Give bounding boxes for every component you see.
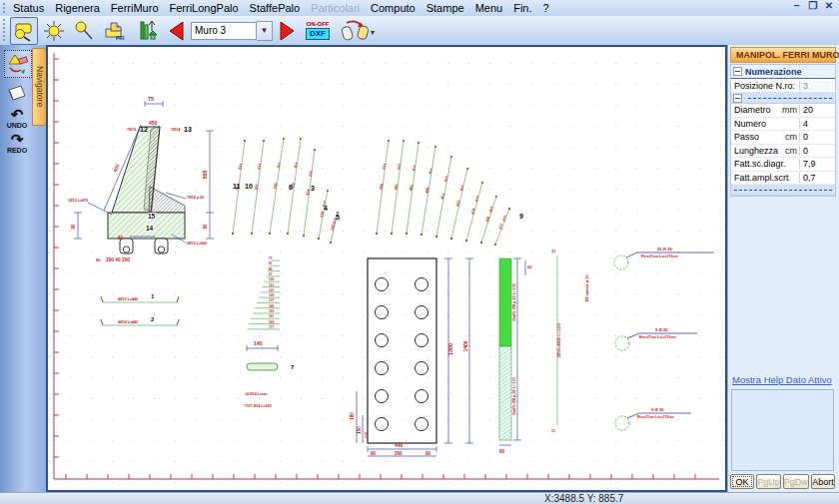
- fan-bar-label: 483: [409, 185, 414, 192]
- menu-item-?[interactable]: ?: [543, 2, 549, 14]
- mouse-settings-button[interactable]: ▾: [336, 17, 380, 45]
- bar-end-mark: [318, 238, 320, 240]
- bar-end-mark: [495, 196, 497, 198]
- callout-3-count: 9 Ø 20: [651, 407, 664, 412]
- dim-1300: 1300: [447, 343, 453, 355]
- menu-item-fin[interactable]: Fin.: [513, 2, 531, 14]
- menu-item-menu[interactable]: Menu: [475, 2, 503, 14]
- redo-label: REDO: [7, 147, 27, 154]
- dim-140: 140: [254, 340, 263, 346]
- dxf-toggle-button[interactable]: ON-OFF DXF: [302, 17, 334, 45]
- application-window: StatusRigeneraFerriMuroFerriLongPaloStaf…: [0, 0, 839, 504]
- drawing-canvas[interactable]: 75 450 12 7Ø16 13 7Ø14 400 500 90 90 60 …: [46, 45, 727, 492]
- bar-end-mark: [283, 138, 285, 140]
- bar-end-mark: [244, 140, 246, 142]
- collapse-icon[interactable]: [733, 67, 742, 76]
- bar-end-mark: [388, 140, 390, 142]
- menu-item-computo[interactable]: Computo: [371, 2, 416, 14]
- toolbar: PRI ▼ ON-OFF: [0, 16, 839, 46]
- stair-bar-length: 121: [269, 288, 275, 292]
- dim-180: 180: [350, 412, 355, 420]
- zoom-dynamic-button[interactable]: [70, 17, 98, 45]
- bar-number-4: 4: [324, 205, 328, 212]
- dim-60-top: 60: [527, 264, 532, 269]
- bar-end-mark: [450, 238, 452, 240]
- pile-circle: [416, 306, 428, 319]
- property-value[interactable]: 4: [799, 119, 835, 129]
- help-box: [731, 389, 834, 471]
- redo-button[interactable]: ↷ REDO: [3, 133, 31, 154]
- stair-note-2: TOT. Ø14 L=920: [245, 404, 272, 408]
- sheet-tool-button[interactable]: [3, 82, 31, 104]
- cursor-coordinates: X:3488.5 Y: 885.7: [544, 493, 623, 504]
- property-label: Fatt.sc.diagr.: [731, 159, 786, 169]
- menubar-grip[interactable]: [2, 2, 6, 14]
- restore-button[interactable]: ❐: [807, 0, 819, 11]
- zoom-window-button[interactable]: [10, 17, 38, 45]
- bar-end-mark: [376, 233, 378, 235]
- menu-item-stampe[interactable]: Stampe: [426, 2, 464, 14]
- menu-item-ferrimuro[interactable]: FerriMuro: [111, 2, 159, 14]
- property-unit: cm: [785, 132, 799, 142]
- separator-row: [731, 93, 835, 104]
- show-help-link[interactable]: Mostra Help Dato Attivo: [732, 374, 832, 385]
- manipulate-tool-button[interactable]: [4, 50, 32, 78]
- property-value[interactable]: 0,7: [799, 173, 835, 183]
- fan-bar-diam: Ø14: [397, 163, 402, 170]
- dim-60-bottom: 60: [499, 449, 505, 454]
- collapse-icon[interactable]: [733, 94, 742, 103]
- fan-bar-diam: Ø14: [443, 176, 448, 183]
- side-bar-top: 11: [551, 249, 556, 253]
- panel-header[interactable]: MANIPOL. FERRI MURO 3: [730, 47, 836, 63]
- fan-bar-label: 509: [379, 184, 384, 191]
- menu-item-staffepalo[interactable]: StaffePalo: [250, 2, 301, 14]
- pile-plan: 1300 180 150 150 440 90 260 90: [350, 258, 453, 456]
- section-numerazione[interactable]: Numerazione: [731, 65, 835, 79]
- next-wall-button[interactable]: [277, 18, 299, 44]
- property-value[interactable]: 0: [799, 146, 835, 156]
- bar-end-mark: [465, 240, 467, 242]
- navigator-tab[interactable]: Navigatore: [32, 48, 47, 126]
- fan-bar-diam: Ø14: [257, 163, 262, 170]
- ann-13: 7Ø14: [171, 128, 181, 132]
- menu-item-status[interactable]: Status: [13, 2, 44, 14]
- close-button[interactable]: ✕: [823, 0, 835, 11]
- wall-selector-input[interactable]: [191, 22, 257, 40]
- print-layout-button[interactable]: PRI: [100, 17, 132, 45]
- ok-button[interactable]: OK: [730, 474, 754, 489]
- property-row: Numero4: [731, 118, 835, 132]
- stair-extras: 140 7 14 Ø14 L=var. TOT. Ø14 L=920: [245, 340, 295, 408]
- ann-12: 7Ø16: [127, 128, 136, 132]
- zoom-window-icon: [13, 20, 35, 42]
- previous-wall-button[interactable]: [165, 18, 187, 44]
- status-bar: X:3488.5 Y: 885.7: [0, 492, 839, 504]
- dim-90-bottom: 90: [96, 257, 101, 262]
- stair-bar-length: 153: [269, 309, 275, 313]
- fan-bar-diam: Ø14: [488, 206, 493, 213]
- chevron-down-icon[interactable]: ▼: [257, 21, 273, 41]
- property-label: Passo: [731, 132, 759, 142]
- minimize-button[interactable]: −: [791, 0, 803, 11]
- menu-item-ferrilongpalo[interactable]: FerriLongPalo: [170, 2, 239, 14]
- bar-end-mark: [300, 138, 302, 140]
- bar-end-mark: [327, 190, 329, 192]
- bar-end-mark: [450, 156, 452, 158]
- property-value[interactable]: 0: [799, 132, 835, 142]
- pile-circle: [376, 278, 389, 291]
- abort-button[interactable]: Abort: [811, 474, 835, 489]
- menu-bar: StatusRigeneraFerriMuroFerriLongPaloStaf…: [0, 0, 839, 17]
- menu-item-rigenera[interactable]: Rigenera: [55, 2, 100, 14]
- property-value[interactable]: 20: [799, 105, 835, 115]
- bar-number-7: 7: [291, 364, 295, 370]
- bar-end-mark: [434, 146, 436, 148]
- undo-button[interactable]: ↶ UNDO: [3, 108, 31, 129]
- wall-selector: ▼: [191, 22, 273, 40]
- undo-icon: ↶: [11, 108, 24, 122]
- property-label: Numero: [731, 119, 766, 129]
- toolbar-grip[interactable]: [2, 18, 6, 43]
- fan-bar-diam: Ø14: [459, 185, 464, 192]
- scale-bars-button[interactable]: [134, 17, 162, 45]
- zoom-extents-button[interactable]: [40, 17, 68, 45]
- bar-end-mark: [391, 233, 393, 235]
- property-value[interactable]: 7,9: [799, 159, 835, 169]
